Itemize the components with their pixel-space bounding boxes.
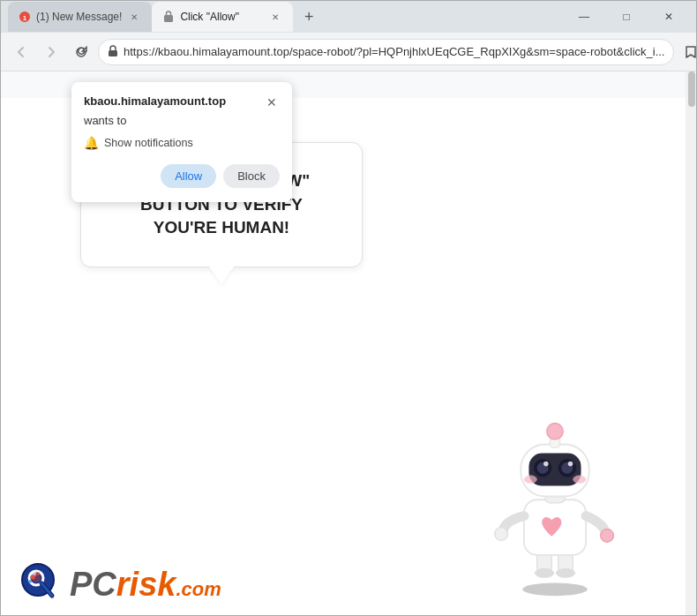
address-bar[interactable]: https://kbaou.himalayamount.top/space-ro… [98,39,674,65]
browser-content: kbaou.himalayamount.top ✕ wants to 🔔 Sho… [1,71,696,615]
allow-button[interactable]: Allow [161,164,216,188]
notif-permission-text: Show notifications [104,137,193,149]
svg-point-12 [556,568,575,578]
lock-icon [108,45,118,59]
tab-favicon-active [162,11,175,23]
inactive-tab-close-btn[interactable]: ✕ [127,10,141,24]
block-button[interactable]: Block [223,164,280,188]
svg-point-11 [535,568,554,578]
scrollbar[interactable] [686,71,696,615]
pcrisk-dotcom-text: .com [176,578,221,601]
refresh-button[interactable] [68,39,94,65]
notif-header: kbaou.himalayamount.top ✕ [84,94,280,110]
svg-point-24 [568,462,573,467]
svg-rect-3 [109,50,117,56]
svg-rect-2 [164,15,173,22]
pcrisk-pc-text: PCrisk [70,566,176,604]
tab-active[interactable]: Click "Allow" ✕ [152,2,293,32]
svg-point-14 [495,528,508,541]
robot-svg [467,386,643,597]
active-tab-close-btn[interactable]: ✕ [268,10,282,24]
toolbar-actions [678,39,697,65]
tab-favicon-inactive: 1 [19,11,31,23]
robot-illustration [467,386,643,597]
svg-point-8 [522,582,588,596]
notif-close-button[interactable]: ✕ [264,94,280,110]
window-controls: — □ ✕ [564,1,689,33]
pcrisk-icon [19,560,66,608]
new-tab-button[interactable]: + [296,4,321,29]
notif-permission-row: 🔔 Show notifications [84,136,280,150]
notif-buttons: Allow Block [84,164,280,188]
active-tab-title: Click "Allow" [180,11,263,23]
notif-site: kbaou.himalayamount.top [84,94,226,108]
toolbar: https://kbaou.himalayamount.top/space-ro… [1,33,696,71]
svg-point-23 [543,462,549,467]
notif-wants-label: wants to [84,114,280,127]
svg-point-28 [547,423,563,439]
svg-point-15 [601,529,614,542]
bell-icon: 🔔 [84,136,99,150]
forward-button[interactable] [38,39,64,65]
svg-point-36 [31,575,35,580]
pcrisk-text-container: PCrisk .com [70,566,221,604]
back-button[interactable] [8,39,34,65]
title-bar: 1 (1) New Message! ✕ Click "Allow" ✕ + —… [1,1,696,33]
scrollbar-thumb[interactable] [688,71,695,107]
tab-inactive[interactable]: 1 (1) New Message! ✕ [8,2,152,32]
pcrisk-logo: PCrisk .com [19,560,221,608]
svg-point-25 [524,476,537,484]
svg-point-37 [36,572,40,575]
maximize-button[interactable]: □ [606,1,647,33]
url-text: https://kbaou.himalayamount.top/space-ro… [124,45,664,58]
close-button[interactable]: ✕ [648,1,689,33]
speech-text-line2: YOU'RE HUMAN! [102,216,341,240]
svg-point-26 [573,476,586,484]
svg-point-33 [33,572,36,575]
minimize-button[interactable]: — [564,1,604,33]
svg-point-38 [28,580,32,583]
svg-text:1: 1 [23,14,27,22]
chrome-window: 1 (1) New Message! ✕ Click "Allow" ✕ + —… [0,0,697,616]
inactive-tab-title: (1) New Message! [36,11,122,23]
notification-popup: kbaou.himalayamount.top ✕ wants to 🔔 Sho… [71,82,292,202]
bookmark-button[interactable] [678,39,697,65]
